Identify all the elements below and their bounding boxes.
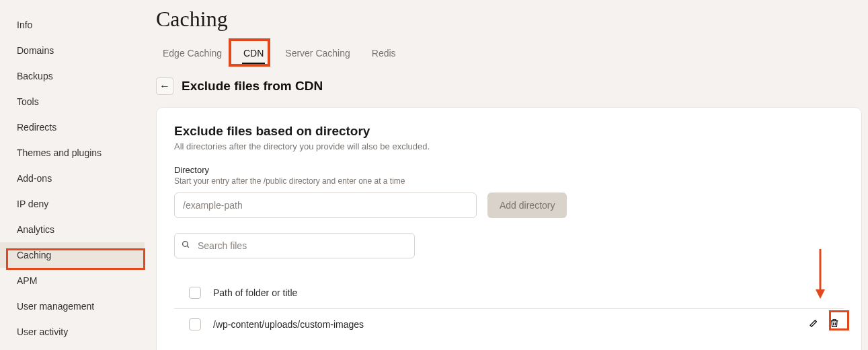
search-input[interactable] [174, 233, 415, 258]
sidebar-item-domains[interactable]: Domains [0, 38, 145, 63]
sidebar-item-label: Info [17, 20, 32, 30]
directory-input-row: Add directory [174, 193, 844, 218]
header-path-label: Path of folder or title [213, 287, 297, 298]
select-all-checkbox[interactable] [189, 287, 201, 299]
tab-label: Server Caching [285, 48, 350, 59]
sidebar-item-label: Analytics [17, 224, 54, 235]
sidebar-item-label: APM [17, 275, 37, 286]
directory-label: Directory [174, 165, 844, 175]
sidebar-item-label: Themes and plugins [17, 147, 102, 158]
tab-cdn[interactable]: CDN [242, 44, 265, 65]
sidebar-item-themes-plugins[interactable]: Themes and plugins [0, 140, 145, 166]
back-button[interactable]: ← [156, 77, 173, 95]
subpage-title: Exclude files from CDN [182, 79, 323, 94]
arrow-left-icon: ← [159, 80, 170, 92]
pencil-icon [809, 318, 820, 331]
sidebar-item-apm[interactable]: APM [0, 268, 145, 293]
sidebar-item-label: Domains [17, 45, 54, 56]
sidebar-item-tools[interactable]: Tools [0, 89, 145, 114]
list-header: Path of folder or title [174, 277, 844, 309]
tab-label: CDN [243, 48, 264, 59]
sidebar-item-user-activity[interactable]: User activity [0, 319, 145, 345]
back-row: ← Exclude files from CDN [156, 77, 862, 95]
sidebar-item-user-management[interactable]: User management [0, 293, 145, 319]
sidebar: Info Domains Backups Tools Redirects The… [0, 0, 145, 350]
row-path-label: /wp-content/uploads/custom-images [213, 319, 364, 330]
tab-label: Redis [372, 48, 396, 59]
row-checkbox[interactable] [189, 318, 201, 330]
tab-redis[interactable]: Redis [370, 44, 397, 65]
tab-label: Edge Caching [163, 48, 222, 59]
sidebar-item-ip-deny[interactable]: IP deny [0, 191, 145, 217]
svg-point-0 [183, 242, 188, 247]
list-row: /wp-content/uploads/custom-images [174, 309, 844, 340]
sidebar-item-label: IP deny [17, 199, 48, 209]
search-icon [182, 240, 190, 252]
directory-input[interactable] [174, 193, 477, 218]
sidebar-item-info[interactable]: Info [0, 12, 145, 38]
edit-button[interactable] [807, 318, 821, 331]
delete-button[interactable] [828, 318, 841, 331]
row-actions [807, 318, 841, 331]
sidebar-item-label: Backups [17, 71, 53, 81]
tab-server-caching[interactable]: Server Caching [284, 44, 352, 65]
sidebar-item-label: User management [17, 301, 94, 312]
tabs: Edge Caching CDN Server Caching Redis [156, 44, 862, 65]
exclude-panel: Exclude files based on directory All dir… [156, 107, 862, 350]
panel-subtext: All directories after the directory you … [174, 141, 844, 151]
tab-edge-caching[interactable]: Edge Caching [161, 44, 223, 65]
sidebar-item-label: Add-ons [17, 173, 52, 184]
svg-line-1 [187, 246, 189, 248]
search-wrap [174, 233, 415, 258]
directory-hint: Start your entry after the /public direc… [174, 176, 844, 186]
sidebar-item-label: User activity [17, 326, 68, 337]
panel-heading: Exclude files based on directory [174, 124, 844, 139]
add-directory-button[interactable]: Add directory [487, 193, 567, 218]
sidebar-item-label: Caching [17, 250, 51, 260]
sidebar-item-analytics[interactable]: Analytics [0, 217, 145, 242]
sidebar-item-label: Tools [17, 96, 39, 107]
trash-icon [829, 318, 840, 331]
page-title: Caching [156, 7, 862, 32]
sidebar-item-label: Redirects [17, 122, 56, 133]
main-content: Caching Edge Caching CDN Server Caching … [156, 7, 862, 350]
sidebar-item-add-ons[interactable]: Add-ons [0, 166, 145, 191]
sidebar-item-redirects[interactable]: Redirects [0, 114, 145, 140]
sidebar-item-caching[interactable]: Caching [0, 242, 145, 268]
sidebar-item-backups[interactable]: Backups [0, 63, 145, 89]
